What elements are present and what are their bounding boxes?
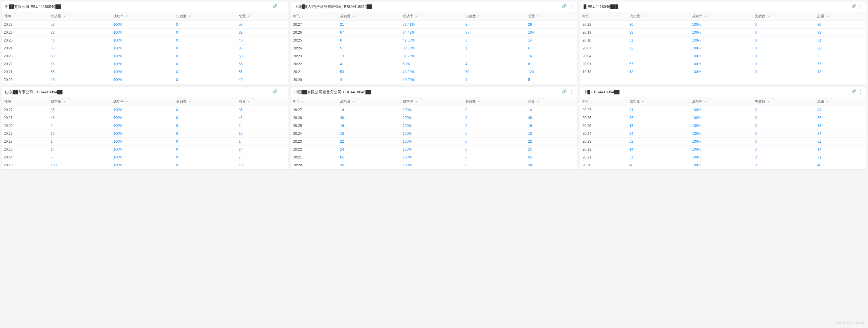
cell-fail[interactable]: 0	[752, 145, 815, 154]
cell-fail[interactable]: 0	[174, 130, 237, 138]
cell-success[interactable]: 21	[338, 21, 400, 29]
cell-fail[interactable]: 0	[752, 130, 815, 138]
col-header-success[interactable]: 成功量 ▼	[48, 12, 111, 21]
cell-rate[interactable]: 100%	[111, 76, 174, 84]
cell-total[interactable]: 18	[526, 130, 577, 138]
cell-rate[interactable]: 100%	[111, 122, 174, 130]
cell-fail[interactable]: 0	[752, 106, 815, 114]
cell-rate[interactable]: 100%	[111, 21, 174, 29]
cell-rate[interactable]: 81.25%	[400, 52, 463, 60]
cell-total[interactable]: 35	[237, 106, 288, 114]
cell-rate[interactable]: 100%	[111, 145, 174, 154]
cell-fail[interactable]: 0	[752, 21, 815, 29]
cell-success[interactable]: 4	[338, 76, 400, 84]
cell-total[interactable]: 40	[237, 37, 288, 44]
cell-total[interactable]: 10	[237, 130, 288, 138]
cell-total[interactable]: 1	[237, 138, 288, 145]
cell-fail[interactable]: 0	[752, 29, 815, 37]
cell-rate[interactable]: 100%	[690, 154, 752, 161]
cell-fail[interactable]: 0	[752, 44, 815, 52]
cell-success[interactable]: 4	[338, 60, 400, 68]
cell-total[interactable]: 24	[815, 130, 867, 138]
cell-rate[interactable]: 100%	[690, 68, 752, 76]
cell-fail[interactable]: 8	[463, 37, 526, 44]
cell-rate[interactable]: 100%	[111, 154, 174, 161]
cell-success[interactable]: 13	[338, 52, 400, 60]
cell-success[interactable]: 14	[627, 145, 690, 154]
cell-total[interactable]: 50	[237, 52, 288, 60]
cell-rate[interactable]: 100%	[111, 130, 174, 138]
cell-success[interactable]: 2	[627, 52, 690, 60]
cell-success[interactable]: 62	[627, 138, 690, 145]
col-header-fail[interactable]: 失败数 ▼	[463, 97, 526, 106]
cell-total[interactable]: 24	[526, 145, 577, 154]
col-header-fail[interactable]: 失败数 ▼	[174, 97, 237, 106]
cell-success[interactable]: 53	[48, 21, 111, 29]
cell-fail[interactable]: 0	[752, 161, 815, 169]
cell-rate[interactable]: 100%	[690, 44, 752, 52]
cell-fail[interactable]: 0	[463, 122, 526, 130]
col-header-time[interactable]: 时间 ↕	[291, 97, 338, 106]
cell-total[interactable]: 13	[815, 122, 867, 130]
cell-success[interactable]: 67	[338, 29, 400, 37]
col-header-time[interactable]: 时间 ↕	[1, 97, 48, 106]
cell-success[interactable]: 2	[48, 122, 111, 130]
cell-rate[interactable]: 100%	[690, 60, 752, 68]
cell-total[interactable]: 30	[815, 21, 867, 29]
cell-rate[interactable]: 100%	[111, 60, 174, 68]
cell-rate[interactable]: 83.33%	[400, 44, 463, 52]
cell-rate[interactable]: 100%	[111, 106, 174, 114]
cell-success[interactable]: 51	[627, 37, 690, 44]
cell-rate[interactable]: 100%	[400, 122, 463, 130]
cell-fail[interactable]: 0	[174, 21, 237, 29]
cell-rate[interactable]: 100%	[690, 37, 752, 44]
cell-success[interactable]: 31	[627, 154, 690, 161]
cell-rate[interactable]: 100%	[690, 122, 752, 130]
more-icon[interactable]: ⋮	[858, 89, 863, 95]
cell-success[interactable]: 24	[627, 130, 690, 138]
more-icon[interactable]: ⋮	[858, 4, 863, 9]
cell-fail[interactable]: 3	[463, 52, 526, 60]
cell-rate[interactable]: 100%	[690, 114, 752, 122]
cell-success[interactable]: 24	[338, 145, 400, 154]
cell-rate[interactable]: 40.00%	[400, 76, 463, 84]
cell-fail[interactable]: 0	[463, 130, 526, 138]
cell-success[interactable]: 22	[338, 138, 400, 145]
cell-fail[interactable]: 0	[174, 68, 237, 76]
cell-total[interactable]: 22	[526, 138, 577, 145]
link-icon[interactable]: 🔗	[562, 4, 566, 9]
cell-total[interactable]: 5	[526, 76, 577, 84]
cell-total[interactable]: 84	[815, 106, 867, 114]
cell-fail[interactable]: 0	[752, 154, 815, 161]
col-header-fail[interactable]: 失败数 ▼	[174, 12, 237, 21]
cell-rate[interactable]: 100%	[400, 106, 463, 114]
cell-success[interactable]: 100	[48, 161, 111, 169]
cell-total[interactable]: 14	[815, 145, 867, 154]
cell-fail[interactable]: 8	[463, 21, 526, 29]
cell-fail[interactable]: 0	[174, 29, 237, 37]
cell-fail[interactable]: 0	[174, 37, 237, 44]
cell-rate[interactable]: 100%	[111, 138, 174, 145]
cell-fail[interactable]: 0	[174, 138, 237, 145]
cell-fail[interactable]: 0	[752, 122, 815, 130]
cell-success[interactable]: 40	[338, 114, 400, 122]
more-icon[interactable]: ⋮	[280, 4, 284, 9]
cell-total[interactable]: 7	[237, 154, 288, 161]
col-header-time[interactable]: 时间 ↕	[1, 12, 48, 21]
cell-success[interactable]: 5	[338, 44, 400, 52]
cell-rate[interactable]: 100%	[111, 37, 174, 44]
cell-success[interactable]: 46	[48, 114, 111, 122]
cell-rate[interactable]: 100%	[690, 145, 752, 154]
cell-fail[interactable]: 0	[752, 52, 815, 60]
link-icon[interactable]: 🔗	[562, 89, 566, 95]
cell-fail[interactable]: 70	[463, 68, 526, 76]
cell-success[interactable]: 84	[627, 106, 690, 114]
cell-fail[interactable]: 0	[752, 37, 815, 44]
cell-fail[interactable]: 0	[174, 76, 237, 84]
link-icon[interactable]: 🔗	[851, 4, 856, 9]
cell-fail[interactable]: 4	[463, 76, 526, 84]
cell-rate[interactable]: 100%	[111, 29, 174, 37]
cell-total[interactable]: 38	[815, 29, 867, 37]
cell-fail[interactable]: 0	[463, 106, 526, 114]
cell-success[interactable]: 30	[338, 161, 400, 169]
